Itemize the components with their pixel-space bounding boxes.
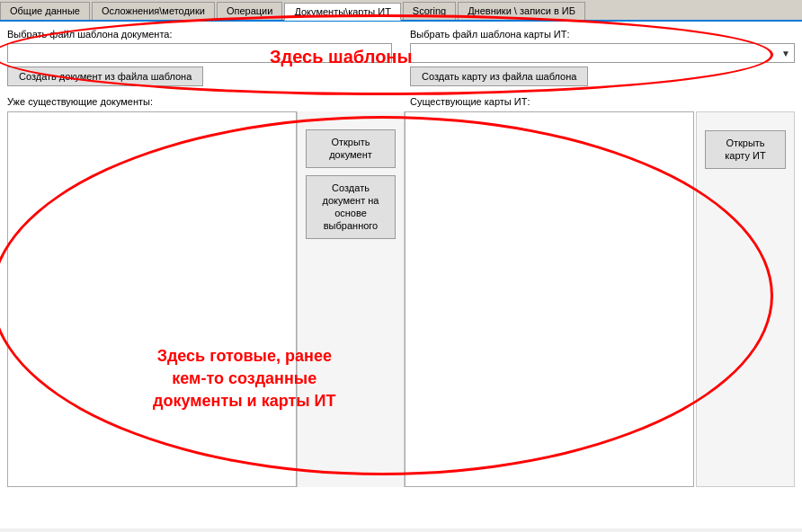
existing-maps-label: Существующие карты ИТ:: [410, 96, 530, 107]
template-left: Выбрать файл шаблона документа: Создать …: [7, 29, 392, 86]
tab-diaries[interactable]: Дневники \ записи в ИБ: [458, 2, 585, 20]
docs-list-panel: [7, 111, 297, 487]
tab-scoring[interactable]: Scoring: [403, 2, 456, 20]
main-content: Здесь шаблоны Выбрать файл шаблона докум…: [0, 22, 802, 528]
lower-labels: Уже существующие документы: Существующие…: [7, 95, 795, 108]
lower-panels-container: Открыть документ Создать документ на осн…: [7, 111, 795, 487]
existing-docs-label: Уже существующие документы:: [7, 96, 153, 107]
existing-docs-label-container: Уже существующие документы:: [7, 95, 392, 108]
tab-bar: Общие данные Осложнения\методики Операци…: [0, 0, 802, 22]
tab-documents[interactable]: Документы\карты ИТ: [284, 3, 400, 21]
tab-complications[interactable]: Осложнения\методики: [92, 2, 215, 20]
template-doc-input[interactable]: [7, 43, 392, 63]
template-right-label: Выбрать файл шаблона карты ИТ:: [410, 29, 795, 40]
open-map-btn[interactable]: Открыть карту ИТ: [705, 130, 786, 169]
create-map-btn[interactable]: Создать карту из файла шаблона: [410, 66, 588, 86]
create-doc-btn[interactable]: Создать документ из файла шаблона: [7, 66, 203, 86]
dropdown-arrow-icon: ▼: [781, 49, 790, 58]
open-doc-btn[interactable]: Открыть документ: [306, 129, 396, 168]
create-from-selected-btn[interactable]: Создать документ на основе выбранного: [306, 175, 396, 239]
template-left-label: Выбрать файл шаблона документа:: [7, 29, 392, 40]
tab-general[interactable]: Общие данные: [0, 2, 90, 20]
tab-operations[interactable]: Операции: [217, 2, 282, 20]
template-right: Выбрать файл шаблона карты ИТ: ▼ Создать…: [410, 29, 795, 86]
far-right-panel: Открыть карту ИТ: [696, 111, 795, 487]
template-section: Выбрать файл шаблона документа: Создать …: [7, 29, 795, 86]
maps-list-panel: [405, 111, 694, 487]
template-map-dropdown[interactable]: ▼: [410, 43, 795, 63]
middle-buttons-panel: Открыть документ Создать документ на осн…: [297, 111, 405, 487]
existing-maps-label-container: Существующие карты ИТ:: [410, 95, 795, 108]
